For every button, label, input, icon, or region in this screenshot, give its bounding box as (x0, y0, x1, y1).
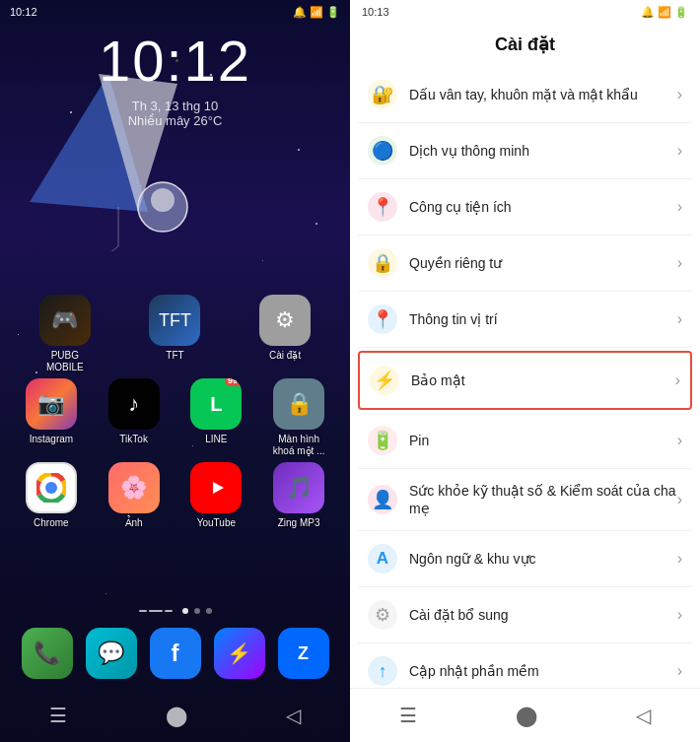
battery-label: Pin (409, 432, 677, 449)
left-status-bar: 10:12 🔔 📶 🔋 (0, 0, 350, 24)
right-nav-home[interactable]: ⬤ (516, 704, 537, 727)
smart-label: Dịch vụ thông minh (409, 142, 677, 160)
settings-list: 🔐 Dấu vân tay, khuôn mặt và mật khẩu › 🔵… (350, 67, 700, 688)
smart-arrow: › (677, 142, 682, 160)
nav-menu-icon[interactable]: ☰ (49, 704, 67, 727)
security-label: Bảo mật (411, 371, 675, 389)
dock-facebook[interactable]: f (149, 628, 201, 679)
svg-point-5 (151, 188, 175, 212)
right-time: 10:13 (362, 6, 389, 18)
app-instagram[interactable]: 📷 Instagram (17, 378, 86, 457)
location-label: Thông tin vị trí (409, 310, 677, 328)
app-row-2: 📷 Instagram ♪ TikTok L 99+ LINE 🔒 Màn hì… (10, 374, 340, 461)
app-youtube[interactable]: YouTube (181, 462, 250, 529)
left-status-icons: 🔔 📶 🔋 (293, 6, 340, 19)
app-tft[interactable]: TFT TFT (140, 295, 209, 373)
settings-item-location[interactable]: 📍 Thông tin vị trí › (358, 292, 692, 348)
nav-home-icon[interactable]: ⬤ (166, 704, 187, 727)
fingerprint-label: Dấu vân tay, khuôn mặt và mật khẩu (409, 86, 677, 103)
settings-item-language[interactable]: A Ngôn ngữ & khu vực › (358, 531, 692, 587)
settings-item-utility[interactable]: 📍 Công cụ tiện ích › (358, 179, 692, 236)
date-line2: Nhiều mây 26°C (0, 113, 350, 128)
left-time: 10:12 (10, 6, 37, 18)
app-line[interactable]: L 99+ LINE (181, 378, 250, 457)
dock-phone[interactable]: 📞 (21, 628, 73, 679)
left-date: Th 3, 13 thg 10 Nhiều mây 26°C (0, 99, 350, 128)
right-nav-bar: ☰ ⬤ ◁ (350, 688, 700, 742)
privacy-label: Quyền riêng tư (409, 254, 677, 272)
left-big-time: 10:12 (0, 28, 350, 94)
app-row-3: Chrome 🌸 Ảnh YouTube 🎵 Zing MP3 (10, 458, 340, 533)
app-photos[interactable]: 🌸 Ảnh (100, 462, 169, 529)
app-row-1: 🎮 PUBGMOBILE TFT TFT ⚙ Cài đặt (10, 291, 340, 377)
location-arrow: › (677, 310, 682, 328)
settings-item-additional[interactable]: ⚙ Cài đặt bổ sung › (358, 587, 692, 643)
settings-item-health[interactable]: 👤 Sức khỏe kỹ thuật số & Kiểm soát của c… (358, 469, 692, 531)
settings-item-privacy[interactable]: 🔒 Quyền riêng tư › (358, 236, 692, 292)
app-settings[interactable]: ⚙ Cài đặt (250, 295, 319, 373)
health-arrow: › (677, 491, 682, 508)
settings-header: Cài đặt (350, 24, 700, 67)
left-nav-bar: ☰ ⬤ ◁ (0, 688, 350, 742)
nav-back-icon[interactable]: ◁ (286, 704, 301, 727)
app-dock: 📞 💬 f ⚡ Z (15, 624, 335, 683)
right-nav-menu[interactable]: ☰ (399, 704, 417, 727)
app-chrome[interactable]: Chrome (17, 462, 86, 529)
language-arrow: › (677, 550, 682, 568)
settings-title: Cài đặt (366, 34, 684, 55)
fingerprint-arrow: › (677, 86, 682, 103)
health-label: Sức khỏe kỹ thuật số & Kiểm soát của cha… (409, 482, 677, 517)
update-arrow: › (677, 662, 682, 680)
dock-zalo[interactable]: Z (277, 628, 329, 679)
left-phone-panel: 10:12 🔔 📶 🔋 10:12 Th 3, 13 thg 10 Nhiều … (0, 0, 350, 742)
app-tiktok[interactable]: ♪ TikTok (100, 378, 169, 457)
svg-point-8 (46, 483, 56, 493)
right-nav-back[interactable]: ◁ (636, 704, 651, 727)
right-status-bar: 10:13 🔔 📶 🔋 (350, 0, 700, 24)
utility-arrow: › (677, 198, 682, 216)
language-label: Ngôn ngữ & khu vực (409, 550, 677, 568)
utility-label: Công cụ tiện ích (409, 198, 677, 216)
app-lockscreen[interactable]: 🔒 Màn hìnhkhoá một ... (264, 378, 333, 457)
update-label: Cập nhật phần mềm (409, 662, 677, 680)
settings-item-fingerprint[interactable]: 🔐 Dấu vân tay, khuôn mặt và mật khẩu › (358, 67, 692, 123)
settings-item-update[interactable]: ↑ Cập nhật phần mềm › (358, 643, 692, 688)
settings-item-security[interactable]: ⚡ Bảo mật › (358, 351, 692, 410)
app-zingmp3[interactable]: 🎵 Zing MP3 (264, 462, 333, 529)
battery-arrow: › (677, 432, 682, 449)
app-pubg[interactable]: 🎮 PUBGMOBILE (31, 295, 100, 373)
settings-item-battery[interactable]: 🔋 Pin › (358, 413, 692, 469)
security-arrow: › (675, 371, 680, 389)
page-indicator (0, 608, 350, 614)
date-line1: Th 3, 13 thg 10 (0, 99, 350, 113)
dock-chat[interactable]: 💬 (85, 628, 137, 679)
right-status-icons: 🔔 📶 🔋 (641, 6, 688, 19)
svg-line-3 (99, 246, 118, 251)
additional-label: Cài đặt bổ sung (409, 606, 677, 624)
settings-item-smart[interactable]: 🔵 Dịch vụ thông minh › (358, 123, 692, 179)
additional-arrow: › (677, 606, 682, 624)
privacy-arrow: › (677, 254, 682, 272)
dock-messenger[interactable]: ⚡ (213, 628, 265, 679)
right-settings-panel: 10:13 🔔 📶 🔋 Cài đặt 🔐 Dấu vân tay, khuôn… (350, 0, 700, 742)
